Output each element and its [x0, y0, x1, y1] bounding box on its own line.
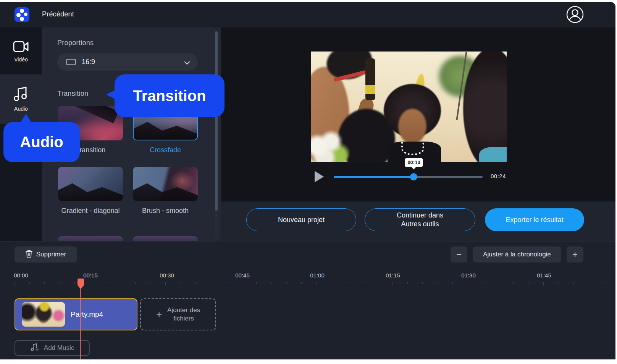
audio-callout: Audio	[3, 122, 80, 162]
ruler-tick	[438, 282, 438, 284]
ruler-tick	[559, 282, 559, 284]
back-link[interactable]: Précédent	[42, 10, 74, 18]
continue-other-tools-button[interactable]: Continuer dans Autres outils	[365, 208, 475, 231]
new-project-label: Nouveau projet	[278, 216, 325, 224]
ruler-tick	[256, 282, 257, 284]
ruler-tick	[513, 282, 514, 284]
clip-name-label: Party.mp4	[71, 310, 103, 319]
fit-timeline-button[interactable]: Ajuster à la chronologie	[473, 246, 561, 263]
ruler-tick	[14, 282, 15, 285]
transition-option-label: Gradient - diagonal	[58, 206, 123, 215]
export-label: Exporter le résultat	[506, 216, 563, 224]
add-files-button[interactable]: + Ajouter desfichiers	[140, 298, 216, 330]
ruler-tick	[44, 282, 45, 284]
sidebar-item-audio[interactable]: Audio	[0, 74, 42, 124]
ruler-tick	[135, 282, 136, 284]
ruler-tick-label: 00:15	[79, 272, 102, 279]
playhead-handle[interactable]	[78, 279, 84, 289]
zoom-in-button[interactable]: +	[567, 246, 583, 263]
minus-icon: −	[456, 249, 462, 260]
timeline-clip-party[interactable]: Party.mp4	[15, 298, 137, 330]
ruler-tick	[543, 282, 544, 285]
current-time-tooltip: 00:13	[405, 158, 423, 167]
transition-option-gradient-diagonal[interactable]: Gradient - diagonal	[58, 167, 123, 215]
ruler-tick	[241, 282, 241, 285]
transition-callout: Transition	[115, 74, 225, 117]
top-bar: Précédent	[0, 2, 615, 27]
sidebar-item-video[interactable]: Vidéo	[0, 35, 42, 73]
sidebar-item-label: Audio	[14, 106, 28, 112]
continue-label-line2: Autres outils	[401, 220, 439, 229]
ruler-tick	[573, 282, 574, 284]
ruler-tick	[181, 282, 181, 284]
add-music-label: Add Music	[44, 344, 74, 352]
aspect-ratio-icon	[66, 59, 76, 65]
new-project-button[interactable]: Nouveau projet	[246, 208, 356, 231]
ruler-tick-label: 01:15	[381, 272, 404, 279]
timeline-section: Supprimer − Ajuster à la chronologie + 0…	[0, 241, 615, 359]
ruler-tick	[392, 282, 392, 285]
delete-button[interactable]: Supprimer	[15, 246, 77, 263]
ruler-tick-label: 00:45	[231, 272, 254, 279]
action-bar: Nouveau projet Continuer dans Autres out…	[221, 201, 615, 241]
plus-icon: +	[572, 249, 578, 260]
clip-thumbnail	[22, 302, 65, 327]
transition-option-label: Crossfade	[133, 146, 198, 155]
ruler-tick	[301, 282, 302, 284]
duration-label: 00:24	[491, 173, 506, 179]
ruler-tick	[195, 282, 196, 284]
plus-icon: +	[156, 310, 162, 319]
ruler-tick	[317, 282, 317, 285]
timeline-divider	[0, 269, 615, 269]
chevron-down-icon	[184, 59, 190, 67]
ruler-tick	[90, 282, 90, 285]
music-note-plus-icon	[30, 343, 39, 354]
video-scene-detail	[401, 142, 424, 155]
main-area: Vidéo Audio Proportions 16:9 Transition	[0, 27, 615, 241]
transition-thumbnail	[133, 167, 198, 201]
ruler-tick	[498, 282, 498, 284]
panel-scrollbar[interactable]	[215, 31, 218, 238]
app-logo-icon[interactable]	[15, 7, 29, 22]
video-preview[interactable]	[311, 52, 507, 162]
continue-label-line1: Continuer dans	[397, 211, 443, 220]
transition-thumbnail-partial	[133, 236, 198, 241]
trash-icon	[26, 250, 32, 259]
play-button[interactable]	[315, 171, 324, 182]
transition-section-label: Transition	[57, 90, 88, 98]
video-scene-person	[398, 109, 426, 144]
ruler-tick	[74, 282, 75, 284]
profile-avatar-icon[interactable]	[565, 5, 585, 24]
timeline-ruler[interactable]	[14, 282, 611, 282]
aspect-ratio-value: 16:9	[82, 58, 95, 66]
ruler-tick	[29, 282, 30, 284]
delete-label: Supprimer	[36, 251, 66, 258]
seek-bar-thumb[interactable]	[410, 173, 417, 180]
ruler-tick	[211, 282, 211, 284]
ruler-tick-label: 01:45	[533, 272, 556, 279]
panel-scrollbar-thumb[interactable]	[215, 31, 218, 211]
app-window: Précédent Vidéo Audio Proportions	[0, 2, 615, 359]
seek-bar-fill	[334, 176, 413, 178]
transition-thumbnail	[58, 167, 123, 201]
add-music-button[interactable]: Add Music	[15, 340, 90, 356]
ruler-tick	[347, 282, 347, 284]
video-scene-detail	[365, 58, 375, 100]
ruler-tick	[407, 282, 408, 284]
transition-option-label: Brush - smooth	[133, 206, 198, 215]
ruler-tick	[604, 282, 604, 284]
ruler-tick	[120, 282, 120, 284]
audio-callout-label: Audio	[20, 134, 63, 151]
ruler-tick	[105, 282, 105, 284]
export-result-button[interactable]: Exporter le résultat	[485, 208, 584, 231]
preview-area: 00:13 00:24 Nouveau projet Continuer dan…	[221, 27, 615, 241]
zoom-out-button[interactable]: −	[451, 246, 467, 263]
sidebar-item-label: Vidéo	[14, 56, 28, 63]
video-camera-icon	[0, 40, 42, 53]
aspect-ratio-select[interactable]: 16:9	[57, 53, 198, 71]
ruler-tick-label: 01:00	[306, 272, 329, 279]
seek-bar[interactable]	[334, 176, 483, 178]
transition-option-brush-smooth[interactable]: Brush - smooth	[133, 167, 198, 215]
ruler-tick	[332, 282, 332, 284]
ruler-tick	[362, 282, 362, 284]
